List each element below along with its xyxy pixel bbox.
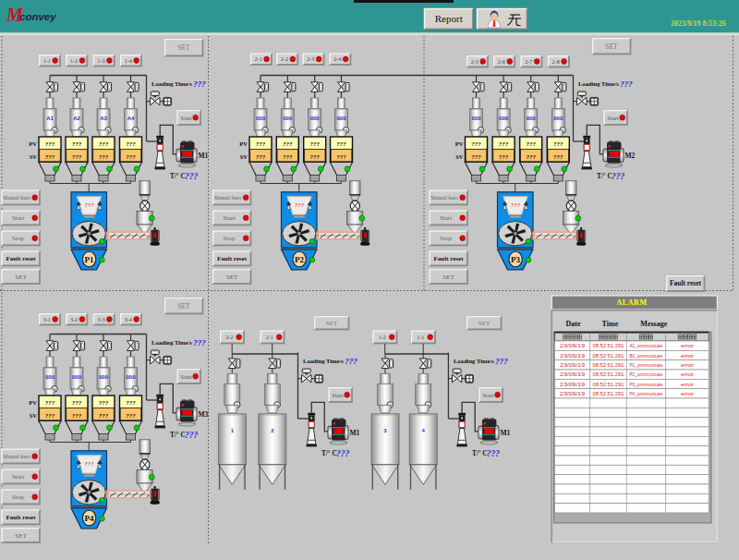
svg-text:08:52:51.291: 08:52:51.291 <box>592 353 624 359</box>
svg-text:P4: P4 <box>85 514 94 523</box>
svg-text:M3: M3 <box>199 410 209 419</box>
svg-text:1-4: 1-4 <box>125 57 132 64</box>
svg-text:ALARM: ALARM <box>616 298 647 307</box>
svg-text:SET: SET <box>326 320 338 327</box>
svg-text:M1: M1 <box>199 152 209 160</box>
svg-text:2-5: 2-5 <box>471 58 479 65</box>
svg-text:error: error <box>681 362 694 368</box>
svg-text:08:52:51.291: 08:52:51.291 <box>592 362 624 368</box>
svg-text:A1: A1 <box>46 116 54 121</box>
svg-text:PV: PV <box>455 140 464 147</box>
svg-text:000: 000 <box>499 116 509 121</box>
svg-text:Report: Report <box>435 13 463 24</box>
svg-text:P2: P2 <box>295 255 304 264</box>
svg-text:000: 000 <box>126 374 136 380</box>
svg-text:08:52:51.291: 08:52:51.291 <box>592 343 624 348</box>
svg-text:SET: SET <box>177 43 190 52</box>
svg-text:M1: M1 <box>350 429 360 437</box>
svg-text:P4_communicate: P4_communicate <box>629 391 662 396</box>
svg-text:P3_communicate: P3_communicate <box>629 382 662 387</box>
svg-text:Time: Time <box>602 320 619 328</box>
svg-text:convey: convey <box>19 11 56 22</box>
svg-text:Date: Date <box>566 320 581 328</box>
svg-text:Message: Message <box>640 320 667 328</box>
svg-text:A2: A2 <box>73 116 80 121</box>
svg-text:error: error <box>681 343 694 348</box>
svg-text:000: 000 <box>45 374 55 380</box>
svg-text:000: 000 <box>471 116 481 121</box>
svg-text:2-6: 2-6 <box>498 58 505 65</box>
svg-text:Fault reset: Fault reset <box>670 279 702 287</box>
svg-text:SET: SET <box>177 302 190 310</box>
svg-text:error: error <box>681 371 694 377</box>
svg-text:000: 000 <box>336 116 346 121</box>
svg-text:2-7: 2-7 <box>525 58 532 65</box>
svg-text:Start: Start <box>607 115 618 121</box>
svg-text:23/09/19: 23/09/19 <box>560 343 585 348</box>
svg-text:SV: SV <box>30 153 38 160</box>
svg-text:1-1: 1-1 <box>417 334 424 340</box>
svg-text:23/09/19: 23/09/19 <box>560 362 585 368</box>
svg-text:23/09/19: 23/09/19 <box>560 391 585 396</box>
svg-text:A1_communicate: A1_communicate <box>629 343 662 348</box>
svg-text:2-8: 2-8 <box>552 58 560 65</box>
svg-text:1-2: 1-2 <box>379 334 386 340</box>
svg-text:2-2: 2-2 <box>225 334 233 340</box>
svg-text:3-2: 3-2 <box>70 316 78 323</box>
svg-text:SET: SET <box>479 320 491 327</box>
svg-text:000: 000 <box>553 116 563 121</box>
svg-text:P1_communicate: P1_communicate <box>629 362 662 368</box>
svg-text:08:52:51.291: 08:52:51.291 <box>592 382 624 387</box>
svg-text:Start: Start <box>332 392 343 398</box>
svg-text:08:52:51.291: 08:52:51.291 <box>592 391 624 396</box>
svg-text:2-1: 2-1 <box>266 334 273 340</box>
svg-text:000: 000 <box>72 374 82 380</box>
svg-text:SV: SV <box>455 153 464 160</box>
svg-text:000: 000 <box>527 116 537 121</box>
svg-text:PV: PV <box>239 140 248 147</box>
svg-text:1-2: 1-2 <box>70 57 78 64</box>
svg-text:P3: P3 <box>511 255 520 264</box>
svg-text:PV: PV <box>29 399 37 406</box>
svg-text:error: error <box>681 353 694 359</box>
svg-text:Start: Start <box>180 115 191 121</box>
svg-text:SV: SV <box>240 153 248 160</box>
svg-text:23/09/19: 23/09/19 <box>560 382 585 387</box>
svg-text:M1: M1 <box>500 429 510 437</box>
svg-text:2023/9/19 8:53:26: 2023/9/19 8:53:26 <box>671 19 726 28</box>
svg-text:000: 000 <box>256 116 266 121</box>
svg-text:Start: Start <box>180 373 191 380</box>
svg-text:000: 000 <box>99 374 109 380</box>
svg-text:SET: SET <box>605 43 618 51</box>
svg-text:error: error <box>681 382 694 387</box>
svg-text:A4: A4 <box>127 116 135 121</box>
svg-text:23/09/19: 23/09/19 <box>560 371 585 377</box>
svg-text:2-4: 2-4 <box>333 55 341 62</box>
svg-text:A3: A3 <box>100 116 107 121</box>
svg-text:error: error <box>681 391 694 396</box>
svg-text:Start: Start <box>482 392 493 398</box>
svg-text:08:52:51.291: 08:52:51.291 <box>592 371 624 377</box>
svg-text:B1_communicate: B1_communicate <box>629 353 662 359</box>
svg-text:P2_communicate: P2_communicate <box>629 371 662 377</box>
svg-text:3-4: 3-4 <box>125 316 132 323</box>
svg-text:P1: P1 <box>85 255 94 264</box>
svg-text:2-2: 2-2 <box>281 55 288 62</box>
svg-text:M2: M2 <box>625 152 636 160</box>
svg-text:000: 000 <box>283 116 293 121</box>
svg-text:3-1: 3-1 <box>43 316 51 323</box>
svg-text:1-3: 1-3 <box>97 57 104 64</box>
svg-text:2-1: 2-1 <box>255 55 262 62</box>
svg-text:3-3: 3-3 <box>97 316 104 323</box>
svg-text:1-1: 1-1 <box>43 57 51 64</box>
svg-text:SV: SV <box>30 412 38 419</box>
svg-text:2-3: 2-3 <box>307 55 314 62</box>
svg-text:PV: PV <box>29 140 37 147</box>
svg-text:23/09/19: 23/09/19 <box>560 353 585 359</box>
svg-text:000: 000 <box>310 116 321 121</box>
